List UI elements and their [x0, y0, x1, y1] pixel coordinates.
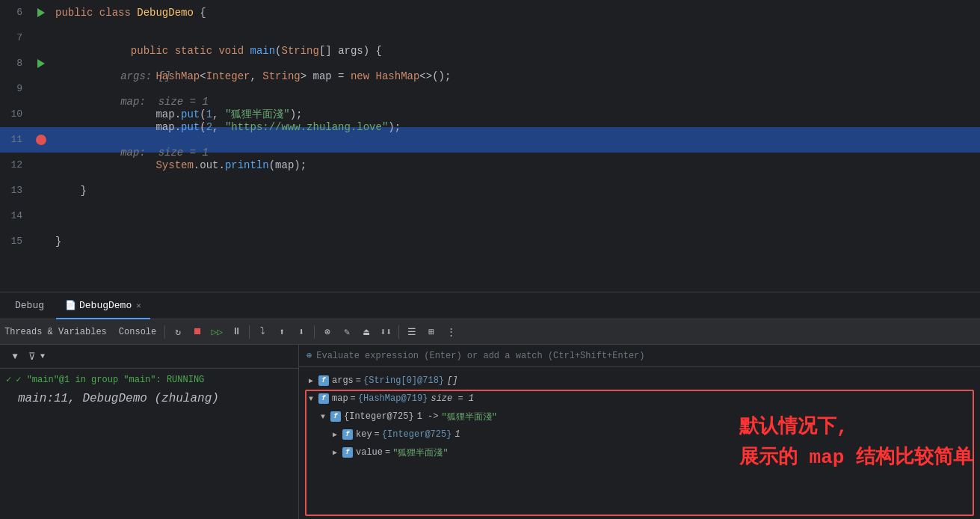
code-line-14: 14 — [0, 203, 980, 229]
var-val-args: {String[0]@718} — [363, 375, 444, 386]
code-line-12: 12 System.out.println(map); — [0, 153, 980, 178]
var-row-args[interactable]: ▶ f args = {String[0]@718} [] — [299, 372, 980, 390]
tab-debugdemo[interactable]: 📄 DebugDemo ✕ — [56, 292, 150, 319]
mute-btn[interactable]: ⊗ — [318, 323, 336, 341]
thread-item-label: ✓ "main"@1 in group "main": RUNNING — [16, 374, 204, 385]
var-val-key: {Integer@725} — [382, 429, 452, 440]
var-name-map: map — [332, 393, 348, 404]
expand-map-icon[interactable]: ▼ — [306, 394, 315, 403]
var-name-key: key — [356, 429, 372, 440]
var-icon-args: f — [318, 375, 329, 386]
line-num-15: 15 — [0, 229, 30, 254]
line-num-7: 7 — [0, 25, 30, 51]
editor-area: 6 public class DebugDemo { 7 8 public st… — [0, 0, 980, 292]
line-num-12: 12 — [0, 153, 30, 178]
expand-value-icon[interactable]: ▶ — [330, 448, 339, 457]
expand-key-icon[interactable]: ▶ — [330, 430, 339, 439]
expand-args-icon[interactable]: ▶ — [306, 376, 315, 385]
file-icon: 📄 — [65, 301, 75, 311]
step-into-btn[interactable]: ⬇ — [292, 323, 310, 341]
code-content-13: } — [52, 178, 980, 203]
code-lines: 6 public class DebugDemo { 7 8 public st… — [0, 0, 980, 254]
run-icon-6[interactable] — [30, 8, 52, 17]
eval-expression-bar[interactable]: ⊕ Evaluate expression (Enter) or add a w… — [299, 345, 980, 367]
tab-close-button[interactable]: ✕ — [136, 301, 141, 310]
thread-main-item[interactable]: ✓ ✓ "main"@1 in group "main": RUNNING — [0, 369, 298, 390]
tab-debug[interactable]: Debug — [6, 292, 53, 319]
step-out-btn[interactable]: ⬆ — [273, 323, 291, 341]
more-btn[interactable]: ⋮ — [442, 323, 460, 341]
chevron-down-icon[interactable]: ▼ — [40, 352, 45, 360]
var-val-value: "狐狸半面淺" — [392, 446, 448, 459]
toolbar-sep-1 — [164, 325, 165, 339]
toolbar-sep-4 — [398, 325, 399, 339]
threads-panel: ▼ ⊽ ▼ ✓ ✓ "main"@1 in group "main": RUNN… — [0, 345, 299, 519]
panel-tabs: Debug 📄 DebugDemo ✕ — [0, 292, 980, 319]
thread-filter-bar: ▼ ⊽ ▼ — [0, 345, 298, 369]
var-icon-value: f — [342, 447, 353, 458]
var-eq-key: = — [375, 429, 380, 440]
var-name-args: args — [332, 375, 354, 386]
list-btn[interactable]: ☰ — [403, 323, 421, 341]
var-icon-key: f — [342, 429, 353, 440]
line-num-11: 11 — [0, 127, 30, 153]
breakpoint-icon-11[interactable] — [30, 135, 52, 145]
variables-content: ▶ f args = {String[0]@718} [] ▼ f map = … — [299, 367, 980, 519]
code-content-15: } — [52, 229, 980, 254]
var-type-key: 1 — [454, 429, 460, 440]
line-num-10: 10 — [0, 102, 30, 127]
toolbar-sep-3 — [314, 325, 315, 339]
expand-integer-icon[interactable]: ▼ — [318, 412, 327, 421]
tab-debug-label: Debug — [15, 300, 44, 311]
filter-icon[interactable]: ▼ — [6, 348, 24, 366]
threads-variables-label: Threads & Variables — [4, 327, 107, 337]
stack-item-label: main:11, DebugDemo (zhulang) — [18, 392, 219, 405]
line-num-14: 14 — [0, 203, 30, 229]
var-row-value[interactable]: ▶ f value = "狐狸半面淺" — [323, 443, 980, 461]
var-type-args: [] — [447, 375, 457, 386]
restart-btn[interactable]: ↻ — [169, 323, 187, 341]
tab-debugdemo-label: DebugDemo — [79, 300, 132, 311]
var-val-integer: "狐狸半面淺" — [441, 411, 496, 423]
panel-content: ▼ ⊽ ▼ ✓ ✓ "main"@1 in group "main": RUNN… — [0, 345, 980, 519]
debug-toolbar: Threads & Variables Console ↻ ⏹ ▷▷ ⏸ ⤵ ⬆… — [0, 319, 980, 345]
resume-btn[interactable]: ▷▷ — [208, 323, 226, 341]
code-line-15: 15 } — [0, 229, 980, 254]
var-row-integer725[interactable]: ▼ f {Integer@725} 1 -> "狐狸半面淺" — [311, 408, 980, 426]
var-eq-integer: 1 -> — [417, 411, 439, 422]
thread-check-icon: ✓ — [6, 374, 11, 385]
pause-btn[interactable]: ⏸ — [227, 323, 245, 341]
eval-hint-icon: ⊕ — [306, 350, 312, 361]
bottom-panel: Debug 📄 DebugDemo ✕ Threads & Variables … — [0, 292, 980, 519]
code-line-13: 13 } — [0, 178, 980, 203]
var-row-key[interactable]: ▶ f key = {Integer@725} 1 — [323, 426, 980, 443]
var-row-map[interactable]: ▼ f map = {HashMap@719} size = 1 — [299, 390, 980, 408]
line-num-8: 8 — [0, 51, 30, 76]
eval-placeholder-text: Evaluate expression (Enter) or add a wat… — [316, 351, 644, 361]
stack-frame-item[interactable]: main:11, DebugDemo (zhulang) — [0, 390, 298, 408]
var-eq-value: = — [385, 447, 390, 458]
line-num-6: 6 — [0, 0, 30, 25]
collapse-btn[interactable]: ⬇⬇ — [377, 323, 395, 341]
var-eq-args: = — [356, 375, 361, 386]
var-name-integer: {Integer@725} — [344, 411, 414, 422]
var-type-map: size = 1 — [431, 393, 474, 404]
var-eq-map: = — [351, 393, 356, 404]
toolbar-sep-2 — [249, 325, 250, 339]
line-num-13: 13 — [0, 178, 30, 203]
export-btn[interactable]: ⏏ — [357, 323, 375, 341]
filter-funnel-icon[interactable]: ⊽ — [28, 351, 36, 363]
line-num-9: 9 — [0, 76, 30, 102]
var-val-map: {HashMap@719} — [358, 393, 428, 404]
var-icon-map: f — [318, 393, 329, 404]
edit-btn[interactable]: ✎ — [338, 323, 356, 341]
step-over-btn[interactable]: ⤵ — [253, 323, 271, 341]
variables-panel: ⊕ Evaluate expression (Enter) or add a w… — [299, 345, 980, 519]
var-name-value: value — [356, 447, 383, 458]
console-label: Console — [119, 327, 156, 337]
var-icon-integer: f — [330, 411, 341, 422]
stop-btn[interactable]: ⏹ — [188, 323, 206, 341]
grid-btn[interactable]: ⊞ — [422, 323, 440, 341]
run-icon-8[interactable] — [30, 59, 52, 68]
